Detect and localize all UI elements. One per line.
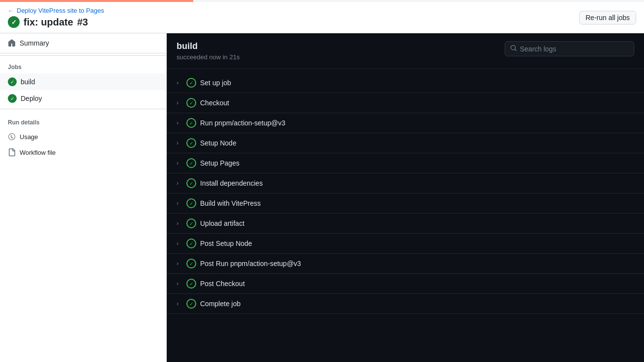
clock-icon	[8, 133, 16, 141]
job-success-icon-deploy: ✓	[8, 94, 17, 103]
chevron-right-icon: ›	[177, 120, 182, 126]
run-success-icon: ✓	[8, 16, 20, 28]
job-label-build: build	[21, 78, 35, 86]
back-arrow-icon: ←	[8, 7, 14, 14]
step-post-setup-node[interactable]: › ✓ Post Setup Node	[167, 234, 644, 254]
page-header: ← Deploy VitePress site to Pages ✓ fix: …	[0, 2, 644, 33]
step-success-icon: ✓	[186, 138, 196, 148]
build-title: build	[177, 41, 240, 51]
sidebar-summary-item[interactable]: Summary	[0, 33, 166, 53]
main-layout: Summary Jobs ✓ build ✓ Deploy Run detail…	[0, 33, 644, 362]
step-setup-node[interactable]: › ✓ Setup Node	[167, 133, 644, 153]
run-number: #3	[77, 17, 88, 28]
step-complete-job[interactable]: › ✓ Complete job	[167, 294, 644, 314]
step-success-icon: ✓	[186, 239, 196, 248]
step-label: Upload artifact	[200, 219, 244, 227]
step-setup-pages[interactable]: › ✓ Setup Pages	[167, 153, 644, 173]
chevron-right-icon: ›	[177, 260, 182, 267]
step-label: Build with VitePress	[200, 199, 260, 207]
content-area: build succeeded now in 21s › ✓ Set up jo…	[167, 33, 644, 362]
steps-list: › ✓ Set up job › ✓ Checkout › ✓ Run pnpm…	[167, 69, 644, 318]
step-install-dependencies[interactable]: › ✓ Install dependencies	[167, 173, 644, 193]
jobs-section-label: Jobs	[0, 58, 166, 73]
step-success-icon: ✓	[186, 279, 196, 289]
breadcrumb-link[interactable]: Deploy VitePress site to Pages	[17, 7, 104, 14]
step-set-up-job[interactable]: › ✓ Set up job	[167, 73, 644, 93]
step-success-icon: ✓	[186, 178, 196, 188]
divider-2	[0, 109, 166, 109]
chevron-right-icon: ›	[177, 140, 182, 146]
sidebar: Summary Jobs ✓ build ✓ Deploy Run detail…	[0, 33, 167, 362]
step-post-checkout[interactable]: › ✓ Post Checkout	[167, 274, 644, 294]
step-checkout[interactable]: › ✓ Checkout	[167, 93, 644, 113]
step-label: Setup Node	[200, 139, 236, 147]
step-label: Set up job	[200, 79, 231, 87]
build-subtitle: succeeded now in 21s	[177, 53, 240, 61]
job-label-deploy: Deploy	[21, 95, 42, 102]
step-label: Checkout	[200, 99, 229, 107]
step-label: Post Checkout	[200, 280, 245, 288]
usage-label: Usage	[20, 133, 38, 141]
step-label: Complete job	[200, 300, 241, 308]
rerun-all-jobs-button[interactable]: Re-run all jobs	[579, 11, 636, 24]
sidebar-item-workflow-file[interactable]: Workflow file	[0, 145, 166, 160]
step-success-icon: ✓	[186, 118, 196, 128]
chevron-right-icon: ›	[177, 300, 182, 307]
run-title-text: fix: update	[24, 17, 73, 28]
step-post-run-pnpm[interactable]: › ✓ Post Run pnpm/action-setup@v3	[167, 254, 644, 274]
file-icon	[8, 148, 16, 156]
search-icon	[510, 45, 517, 53]
sidebar-item-build[interactable]: ✓ build	[0, 73, 166, 90]
search-logs-input[interactable]	[520, 45, 629, 53]
chevron-right-icon: ›	[177, 240, 182, 247]
step-upload-artifact[interactable]: › ✓ Upload artifact	[167, 214, 644, 234]
build-info: build succeeded now in 21s	[177, 41, 240, 61]
step-build-vitepress[interactable]: › ✓ Build with VitePress	[167, 193, 644, 214]
job-success-icon-build: ✓	[8, 77, 17, 86]
step-success-icon: ✓	[186, 198, 196, 208]
step-run-pnpm[interactable]: › ✓ Run pnpm/action-setup@v3	[167, 113, 644, 133]
run-details-label: Run details	[0, 113, 166, 129]
step-success-icon: ✓	[186, 98, 196, 108]
header-left: ← Deploy VitePress site to Pages ✓ fix: …	[8, 7, 104, 28]
breadcrumb: ← Deploy VitePress site to Pages	[8, 7, 104, 14]
step-label: Post Run pnpm/action-setup@v3	[200, 260, 301, 267]
divider-1	[0, 55, 166, 56]
step-success-icon: ✓	[186, 218, 196, 228]
step-label: Post Setup Node	[200, 240, 252, 247]
step-success-icon: ✓	[186, 158, 196, 168]
summary-label: Summary	[20, 39, 49, 47]
step-success-icon: ✓	[186, 299, 196, 309]
workflow-file-label: Workflow file	[20, 149, 55, 156]
chevron-right-icon: ›	[177, 220, 182, 227]
chevron-right-icon: ›	[177, 200, 182, 207]
step-label: Install dependencies	[200, 179, 263, 187]
chevron-right-icon: ›	[177, 99, 182, 106]
progress-indicator	[0, 0, 193, 2]
chevron-right-icon: ›	[177, 160, 182, 167]
home-icon	[8, 39, 16, 47]
step-label: Setup Pages	[200, 159, 239, 167]
sidebar-item-usage[interactable]: Usage	[0, 129, 166, 145]
sidebar-item-deploy[interactable]: ✓ Deploy	[0, 90, 166, 107]
step-label: Run pnpm/action-setup@v3	[200, 119, 285, 127]
run-details-section: Run details Usage Workflow file	[0, 113, 166, 160]
chevron-right-icon: ›	[177, 180, 182, 187]
content-header: build succeeded now in 21s	[167, 33, 644, 69]
step-success-icon: ✓	[186, 259, 196, 268]
chevron-right-icon: ›	[177, 280, 182, 287]
chevron-right-icon: ›	[177, 79, 182, 86]
step-success-icon: ✓	[186, 78, 196, 88]
run-title: ✓ fix: update #3	[8, 16, 104, 28]
search-logs-container[interactable]	[505, 41, 634, 56]
progress-bar	[0, 0, 644, 2]
